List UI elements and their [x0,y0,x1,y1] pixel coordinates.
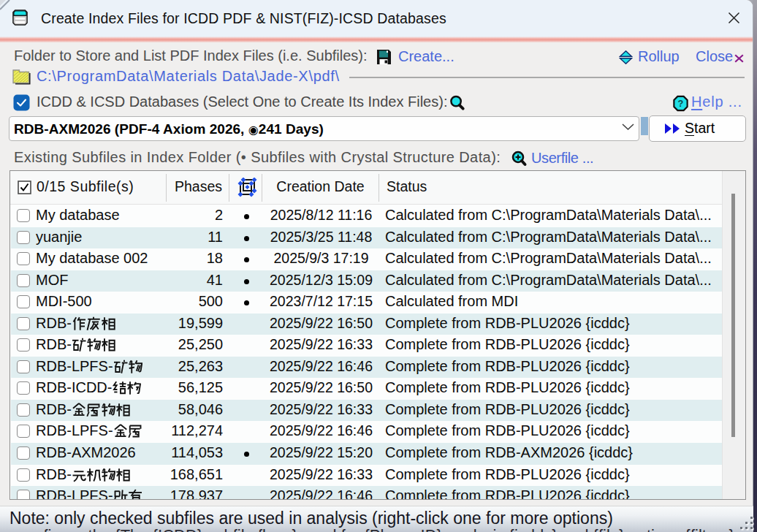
svg-text:?: ? [678,98,684,109]
